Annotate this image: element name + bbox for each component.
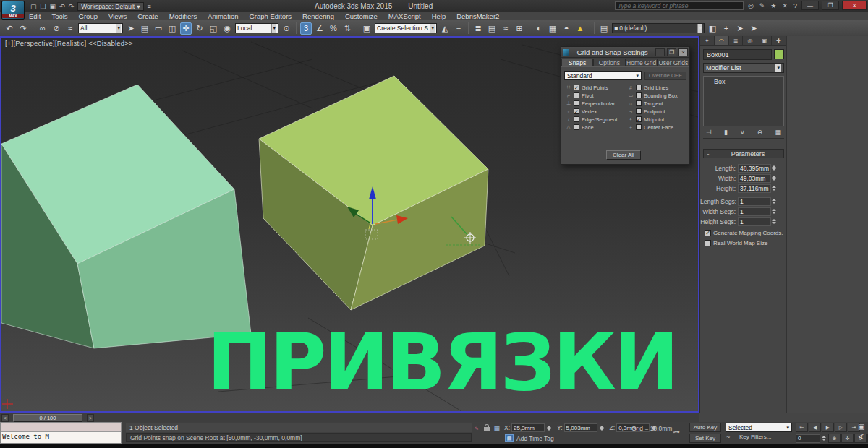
parameters-rollout-header[interactable]: - Parameters xyxy=(703,149,784,158)
tab-home-grid[interactable]: Home Grid xyxy=(626,59,658,66)
y-spinner[interactable] xyxy=(600,423,605,432)
go-to-start-button[interactable]: ⇤ xyxy=(796,423,808,432)
dialog-maximize-button[interactable]: ❐ xyxy=(667,48,676,56)
exchange-icon[interactable]: ✕ xyxy=(780,2,789,9)
length-field[interactable]: 48,395mm xyxy=(738,164,771,173)
menu-rendering[interactable]: Rendering xyxy=(302,12,334,20)
pin-stack-icon[interactable]: ⊣ xyxy=(706,129,712,138)
width-segs-field[interactable]: 1 xyxy=(738,207,771,216)
zoom-icon[interactable]: ⊕ xyxy=(828,434,841,443)
scene-explorer-icon[interactable]: ▤ xyxy=(486,22,498,35)
override-off-button[interactable]: Override OFF xyxy=(644,72,686,80)
menu-edit[interactable]: Edit xyxy=(29,12,41,20)
height-segs-spinner[interactable] xyxy=(772,217,778,226)
dialog-close-button[interactable]: × xyxy=(678,48,688,56)
timeline-next-button[interactable]: > xyxy=(87,414,94,422)
pick-layer-icon[interactable]: ➤ xyxy=(734,22,746,35)
spinner-snap-icon[interactable]: ⇅ xyxy=(341,22,353,35)
render-setup-icon[interactable]: ◐ xyxy=(533,22,545,35)
create-new-layer-icon[interactable]: + xyxy=(720,22,732,35)
zoom-extents-icon[interactable]: ▣ xyxy=(858,423,867,432)
add-to-layer-icon[interactable]: ➤ xyxy=(748,22,760,35)
key-mode-dropdown[interactable]: Selected ▾ xyxy=(726,423,792,432)
selection-lock-icon[interactable] xyxy=(484,427,490,431)
undo-icon[interactable]: ↶ xyxy=(59,3,65,10)
tab-modify-icon[interactable]: ◠ xyxy=(715,36,729,45)
isolate-key-icon[interactable]: ♀ xyxy=(472,423,481,432)
named-selection-dropdown[interactable]: Create Selection Se ▾ xyxy=(375,23,437,33)
app-logo-icon[interactable]: 3 MAX xyxy=(1,1,25,20)
tab-hierarchy-icon[interactable]: ≣ xyxy=(729,36,744,45)
percent-snap-icon[interactable]: % xyxy=(328,22,339,35)
use-pivot-center-icon[interactable]: ⊙ xyxy=(281,22,292,35)
angle-snap-icon[interactable]: ∠ xyxy=(314,22,326,35)
undo-button[interactable]: ↶ xyxy=(4,22,15,35)
generate-mapping-checkbox[interactable]: ✓ xyxy=(705,230,711,236)
tab-motion-icon[interactable]: ◎ xyxy=(743,36,757,45)
configure-modifier-icon[interactable]: ▦ xyxy=(775,129,781,138)
select-and-place-button[interactable]: ◉ xyxy=(221,22,233,35)
rectangular-region-icon[interactable]: ▭ xyxy=(153,22,164,35)
align-icon[interactable]: ≡ xyxy=(453,22,464,35)
y-coordinate-field[interactable]: 5,003mm xyxy=(564,423,597,432)
endpoint-checkbox[interactable] xyxy=(636,108,642,114)
minimize-button[interactable]: — xyxy=(801,1,819,10)
auto-key-button[interactable]: Auto Key xyxy=(689,423,721,432)
edge-segment-checkbox[interactable] xyxy=(574,116,579,122)
bounding-box-checkbox[interactable] xyxy=(636,92,642,98)
pan-icon[interactable]: ✛ xyxy=(841,434,854,443)
menu-debrismaker[interactable]: DebrisMaker2 xyxy=(456,12,499,20)
length-segs-spinner[interactable] xyxy=(772,197,778,206)
clear-all-button[interactable]: Clear All xyxy=(606,150,641,160)
isolate-icon[interactable]: ◧ xyxy=(707,22,718,35)
search-input[interactable] xyxy=(615,1,744,10)
menu-customize[interactable]: Customize xyxy=(345,12,378,20)
favorites-icon[interactable]: ★ xyxy=(769,2,778,9)
center-face-checkbox[interactable] xyxy=(636,124,642,130)
frame-spinner[interactable] xyxy=(822,434,827,443)
listener-macro-row[interactable] xyxy=(1,423,121,432)
face-checkbox[interactable] xyxy=(574,124,579,130)
play-button[interactable]: ▶ xyxy=(822,423,834,432)
viewport-label[interactable]: [+][Perspective][Realistic] <<Disabled>> xyxy=(5,39,133,47)
unlink-selection-icon[interactable]: ⊘ xyxy=(51,22,62,35)
menu-help[interactable]: Help xyxy=(432,12,446,20)
tab-options[interactable]: Options xyxy=(593,59,625,66)
ribbon-toggle-icon[interactable]: ≡ xyxy=(148,3,151,10)
schematic-view-icon[interactable]: ⊞ xyxy=(514,22,525,35)
snap-preset-dropdown[interactable]: Standard ▾ xyxy=(564,71,642,80)
menu-group[interactable]: Group xyxy=(79,12,98,20)
window-crossing-icon[interactable]: ◫ xyxy=(166,22,178,35)
tab-snaps[interactable]: Snaps xyxy=(561,59,593,66)
midpoint-checkbox[interactable]: ✓ xyxy=(636,116,642,122)
select-and-link-icon[interactable]: ∞ xyxy=(37,22,48,35)
active-layer-dropdown[interactable]: ■ 0 (default) ▾ xyxy=(612,23,705,33)
redo-button[interactable]: ↷ xyxy=(17,22,29,35)
width-field[interactable]: 49,03mm xyxy=(738,174,771,183)
tab-user-grids[interactable]: User Grids xyxy=(658,59,689,66)
height-field[interactable]: 37,116mm xyxy=(738,184,771,193)
dialog-minimize-button[interactable]: — xyxy=(655,48,665,56)
select-and-rotate-button[interactable]: ↻ xyxy=(194,22,205,35)
close-button[interactable]: × xyxy=(842,1,867,10)
menu-maxscript[interactable]: MAXScript xyxy=(388,12,421,20)
teal-box[interactable] xyxy=(1,85,251,348)
warning-icon[interactable]: ▲ xyxy=(574,22,586,35)
menu-create[interactable]: Create xyxy=(137,12,158,20)
communication-icon[interactable]: ✎ xyxy=(758,2,767,9)
save-file-icon[interactable]: ▣ xyxy=(50,3,56,10)
selection-filter-dropdown[interactable]: All ▾ xyxy=(78,23,123,33)
new-file-icon[interactable]: ▢ xyxy=(30,3,37,10)
maxscript-mini-listener[interactable]: Welcome to M xyxy=(0,422,122,444)
select-and-scale-button[interactable]: ◱ xyxy=(208,22,219,35)
add-time-tag[interactable]: ▤ Add Time Tag xyxy=(505,434,554,442)
key-filters-button[interactable]: Key Filters... xyxy=(739,434,771,440)
select-object-icon[interactable]: ➤ xyxy=(125,22,137,35)
time-slider[interactable]: 0 / 100 xyxy=(13,414,82,422)
dialog-titlebar[interactable]: Grid and Snap Settings — ❐ × xyxy=(561,47,689,58)
grid-points-checkbox[interactable]: ✓ xyxy=(574,85,579,90)
workspace-dropdown[interactable]: Workspace: Default ▾ xyxy=(77,2,143,11)
caddy-toggle-icon[interactable]: ⊶ xyxy=(673,428,680,436)
absolute-offset-toggle-icon[interactable]: ▦ xyxy=(494,424,501,431)
redo-icon[interactable]: ↷ xyxy=(69,3,75,10)
